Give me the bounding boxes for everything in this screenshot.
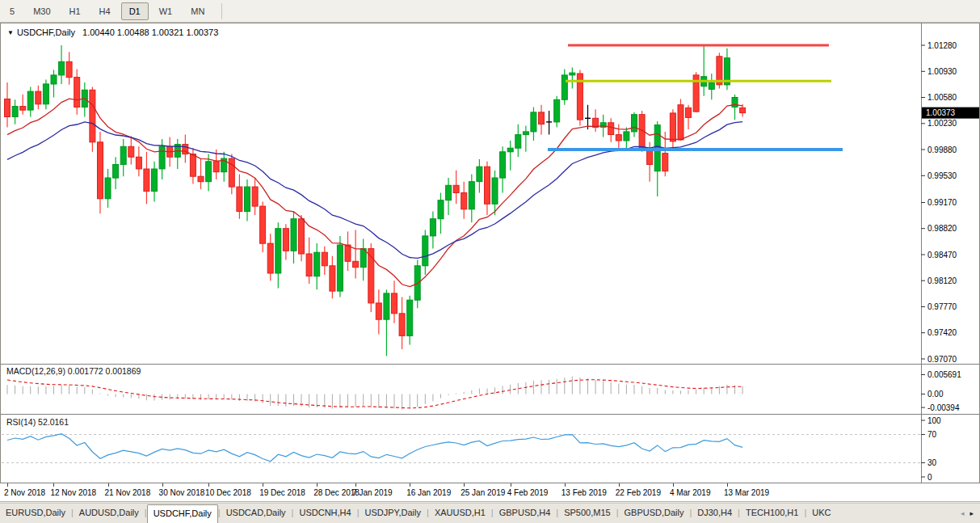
tab-gbpusd-daily[interactable]: GBPUSD,Daily	[618, 504, 689, 523]
svg-text:0.00: 0.00	[927, 390, 944, 399]
rsi-label: RSI(14) 52.0161	[6, 417, 69, 427]
tab-usdjpy-daily[interactable]: USDJPY,Daily	[360, 504, 427, 523]
time-axis-label: 16 Jan 2019	[406, 488, 451, 497]
svg-text:0.99170: 0.99170	[927, 198, 957, 207]
macd-indicator-pane[interactable]: 0.0056910.00-0.00394	[0, 364, 980, 414]
tab-tech100-h1[interactable]: TECH100,H1	[740, 504, 804, 523]
time-axis-tick	[673, 483, 674, 487]
tab-eurusd-daily[interactable]: EURUSD,Daily	[0, 504, 71, 523]
symbol-period-label: USDCHF,Daily	[17, 27, 75, 37]
current-price-badge: 1.00373	[922, 108, 979, 119]
tab-usdcad-daily[interactable]: USDCAD,Daily	[221, 504, 292, 523]
price-chart-pane[interactable]: 1.012801.009301.005801.002300.998800.995…	[0, 23, 980, 364]
rsi-indicator-pane[interactable]: 10070300	[0, 414, 980, 483]
timeframe-h1[interactable]: H1	[61, 2, 89, 20]
svg-text:0.005691: 0.005691	[927, 370, 961, 379]
chart-tab-bar: EURUSD,Daily|AUDUSD,Daily|USDCHF,Daily|U…	[0, 503, 980, 523]
svg-text:0.98470: 0.98470	[927, 251, 957, 259]
svg-text:0.99530: 0.99530	[927, 171, 957, 180]
svg-text:0.98120: 0.98120	[927, 276, 957, 285]
tab-scroll-arrows: ◂▸	[954, 504, 980, 523]
svg-text:0.99880: 0.99880	[927, 146, 957, 154]
time-axis-label: 30 Nov 2018	[159, 488, 205, 497]
time-axis-tick	[511, 483, 511, 487]
tab-audusd-daily[interactable]: AUDUSD,Daily	[74, 504, 145, 523]
tab-usdchf-daily[interactable]: USDCHF,Daily	[147, 504, 218, 523]
tab-sp500-m15[interactable]: SP500,M15	[558, 504, 616, 523]
time-axis-tick	[619, 483, 620, 487]
toolbar-separator	[221, 3, 222, 19]
timeframe-mn[interactable]: MN	[183, 2, 212, 20]
svg-text:-0.00394: -0.00394	[927, 403, 960, 412]
timeframe-d1[interactable]: D1	[121, 2, 149, 20]
time-axis-label: 7 Jan 2019	[352, 488, 393, 497]
svg-text:30: 30	[927, 458, 937, 467]
svg-text:1.00373: 1.00373	[926, 108, 956, 117]
time-axis-label: 22 Feb 2019	[616, 488, 661, 497]
timeframe-5[interactable]: 5	[2, 2, 23, 20]
timeframe-w1[interactable]: W1	[151, 2, 181, 20]
ohlc-values: 1.00440 1.00488 1.00321 1.00373	[82, 27, 218, 37]
time-axis[interactable]: 2 Nov 201812 Nov 201821 Nov 201830 Nov 2…	[0, 483, 980, 502]
time-axis-tick	[263, 483, 263, 487]
tab-xauusd-h1[interactable]: XAUUSD,H1	[429, 504, 491, 523]
chart-title: ▼USDCHF,Daily1.00440 1.00488 1.00321 1.0…	[7, 27, 218, 37]
collapse-triangle-icon[interactable]: ▼	[7, 29, 14, 36]
time-axis-label: 4 Feb 2019	[507, 488, 549, 497]
time-axis-tick	[7, 483, 8, 487]
svg-text:0.97420: 0.97420	[927, 328, 957, 337]
time-axis-label: 13 Mar 2019	[724, 488, 769, 497]
tab-scroll-left-icon[interactable]: ◂	[961, 509, 965, 517]
macd-label: MACD(12,26,9) 0.001772 0.001869	[6, 366, 141, 376]
trading-terminal-window: 5M30H1H4D1W1MN 1.012801.009301.005801.00…	[0, 0, 980, 523]
time-axis-tick	[53, 483, 54, 487]
tab-usdcnh-h4[interactable]: USDCNH,H4	[293, 504, 356, 523]
time-axis-label: 25 Jan 2019	[461, 488, 505, 497]
time-axis-label: 2 Nov 2018	[4, 488, 45, 497]
tab-scroll-right-icon[interactable]: ▸	[969, 509, 974, 517]
time-axis-label: 4 Mar 2019	[670, 488, 711, 497]
time-axis-tick	[208, 483, 209, 487]
time-axis-tick	[162, 483, 163, 487]
timeframe-toolbar: 5M30H1H4D1W1MN	[0, 0, 980, 23]
time-axis-label: 21 Nov 2018	[105, 488, 151, 497]
svg-text:1.01280: 1.01280	[927, 41, 957, 50]
timeframe-m30[interactable]: M30	[25, 2, 58, 20]
time-axis-label: 19 Dec 2018	[259, 488, 305, 497]
tab-dj30-h4[interactable]: DJ30,H4	[692, 504, 738, 523]
time-axis-tick	[464, 483, 465, 487]
svg-text:0.97770: 0.97770	[927, 302, 957, 311]
timeframe-h4[interactable]: H4	[91, 2, 119, 20]
time-axis-label: 10 Dec 2018	[205, 488, 251, 497]
svg-text:0.98820: 0.98820	[927, 224, 957, 233]
svg-text:0.97070: 0.97070	[927, 355, 957, 364]
time-axis-tick	[727, 483, 728, 487]
time-axis-label: 13 Feb 2019	[562, 488, 607, 497]
time-axis-tick	[410, 483, 410, 487]
time-axis-tick	[317, 483, 318, 487]
time-axis-tick	[108, 483, 109, 487]
svg-text:100: 100	[927, 416, 941, 425]
tab-gbpusd-h4[interactable]: GBPUSD,H4	[494, 504, 557, 523]
svg-text:1.00930: 1.00930	[927, 67, 957, 76]
svg-text:0: 0	[927, 473, 932, 482]
svg-text:1.00580: 1.00580	[927, 93, 957, 102]
tab-ukc[interactable]: UKC	[806, 504, 836, 523]
svg-text:70: 70	[927, 430, 937, 439]
svg-text:1.00230: 1.00230	[927, 119, 957, 128]
time-axis-label: 12 Nov 2018	[50, 488, 96, 497]
time-axis-tick	[355, 483, 356, 487]
time-axis-tick	[565, 483, 566, 487]
